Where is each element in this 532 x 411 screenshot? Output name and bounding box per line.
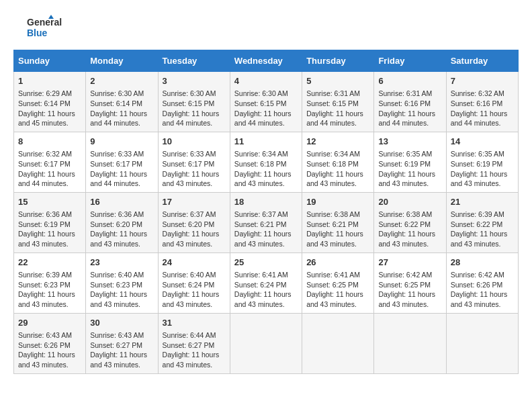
- sunset-info: Sunset: 6:25 PM: [306, 280, 369, 290]
- daylight-info: Daylight: 11 hours and 44 minutes.: [378, 109, 441, 128]
- calendar-cell: 29Sunrise: 6:43 AMSunset: 6:26 PMDayligh…: [14, 313, 86, 373]
- daylight-info: Daylight: 11 hours and 43 minutes.: [90, 289, 153, 309]
- calendar-cell: [374, 313, 446, 373]
- sunset-info: Sunset: 6:21 PM: [306, 220, 369, 230]
- sunrise-info: Sunrise: 6:30 AM: [234, 89, 298, 99]
- sunset-info: Sunset: 6:19 PM: [378, 159, 441, 169]
- daylight-info: Daylight: 11 hours and 43 minutes.: [306, 289, 369, 309]
- sunrise-info: Sunrise: 6:29 AM: [18, 89, 81, 99]
- sunrise-info: Sunrise: 6:41 AM: [306, 270, 369, 280]
- sunrise-info: Sunrise: 6:42 AM: [451, 270, 514, 280]
- calendar-cell: 25Sunrise: 6:41 AMSunset: 6:24 PMDayligh…: [230, 253, 302, 313]
- day-number: 29: [18, 317, 81, 329]
- sunset-info: Sunset: 6:16 PM: [378, 99, 441, 109]
- daylight-info: Daylight: 11 hours and 43 minutes.: [234, 169, 298, 189]
- day-number: 6: [378, 75, 441, 87]
- column-header-wednesday: Wednesday: [230, 50, 302, 72]
- calendar-cell: 16Sunrise: 6:36 AMSunset: 6:20 PMDayligh…: [86, 192, 158, 253]
- calendar-cell: 27Sunrise: 6:42 AMSunset: 6:25 PMDayligh…: [374, 253, 446, 313]
- daylight-info: Daylight: 11 hours and 43 minutes.: [90, 229, 153, 248]
- daylight-info: Daylight: 11 hours and 43 minutes.: [163, 289, 226, 309]
- sunrise-info: Sunrise: 6:36 AM: [90, 210, 153, 220]
- calendar-cell: 14Sunrise: 6:35 AMSunset: 6:19 PMDayligh…: [446, 132, 518, 192]
- day-number: 10: [163, 136, 226, 148]
- calendar-table: SundayMondayTuesdayWednesdayThursdayFrid…: [13, 50, 519, 374]
- sunrise-info: Sunrise: 6:36 AM: [18, 210, 81, 220]
- calendar-week-row: 29Sunrise: 6:43 AMSunset: 6:26 PMDayligh…: [14, 313, 519, 373]
- day-number: 1: [18, 75, 81, 87]
- calendar-cell: [302, 313, 374, 373]
- daylight-info: Daylight: 11 hours and 43 minutes.: [18, 350, 81, 369]
- daylight-info: Daylight: 11 hours and 43 minutes.: [451, 289, 514, 309]
- calendar-week-row: 15Sunrise: 6:36 AMSunset: 6:19 PMDayligh…: [14, 192, 519, 253]
- calendar-cell: 18Sunrise: 6:37 AMSunset: 6:21 PMDayligh…: [230, 192, 302, 253]
- day-number: 24: [163, 257, 226, 269]
- column-header-monday: Monday: [86, 50, 158, 72]
- sunrise-info: Sunrise: 6:39 AM: [18, 270, 81, 280]
- daylight-info: Daylight: 11 hours and 44 minutes.: [306, 109, 369, 128]
- sunrise-info: Sunrise: 6:33 AM: [90, 149, 153, 159]
- column-header-saturday: Saturday: [446, 50, 518, 72]
- calendar-cell: 23Sunrise: 6:40 AMSunset: 6:23 PMDayligh…: [86, 253, 158, 313]
- calendar-cell: 1Sunrise: 6:29 AMSunset: 6:14 PMDaylight…: [14, 72, 86, 132]
- calendar-cell: [230, 313, 302, 373]
- sunset-info: Sunset: 6:15 PM: [306, 99, 369, 109]
- calendar-cell: 8Sunrise: 6:32 AMSunset: 6:17 PMDaylight…: [14, 132, 86, 192]
- day-number: 20: [378, 196, 441, 208]
- svg-text:Blue: Blue: [27, 28, 48, 38]
- sunrise-info: Sunrise: 6:43 AM: [90, 330, 153, 340]
- daylight-info: Daylight: 11 hours and 43 minutes.: [163, 229, 226, 248]
- daylight-info: Daylight: 11 hours and 44 minutes.: [234, 109, 298, 128]
- daylight-info: Daylight: 11 hours and 44 minutes.: [163, 109, 226, 128]
- svg-text:General: General: [27, 17, 62, 28]
- calendar-cell: 9Sunrise: 6:33 AMSunset: 6:17 PMDaylight…: [86, 132, 158, 192]
- column-header-friday: Friday: [374, 50, 446, 72]
- calendar-cell: 2Sunrise: 6:30 AMSunset: 6:14 PMDaylight…: [86, 72, 158, 132]
- calendar-cell: 28Sunrise: 6:42 AMSunset: 6:26 PMDayligh…: [446, 253, 518, 313]
- calendar-cell: 13Sunrise: 6:35 AMSunset: 6:19 PMDayligh…: [374, 132, 446, 192]
- sunset-info: Sunset: 6:18 PM: [234, 159, 298, 169]
- sunset-info: Sunset: 6:26 PM: [451, 280, 514, 290]
- sunrise-info: Sunrise: 6:30 AM: [90, 89, 153, 99]
- calendar-cell: 10Sunrise: 6:33 AMSunset: 6:17 PMDayligh…: [158, 132, 230, 192]
- sunrise-info: Sunrise: 6:32 AM: [18, 149, 81, 159]
- calendar-cell: 26Sunrise: 6:41 AMSunset: 6:25 PMDayligh…: [302, 253, 374, 313]
- sunset-info: Sunset: 6:25 PM: [378, 280, 441, 290]
- general-blue-logo-icon: General Blue: [13, 13, 67, 40]
- daylight-info: Daylight: 11 hours and 43 minutes.: [90, 350, 153, 369]
- sunset-info: Sunset: 6:24 PM: [163, 280, 226, 290]
- day-number: 13: [378, 136, 441, 148]
- sunrise-info: Sunrise: 6:32 AM: [451, 89, 514, 99]
- sunset-info: Sunset: 6:14 PM: [18, 99, 81, 109]
- sunset-info: Sunset: 6:14 PM: [90, 99, 153, 109]
- sunrise-info: Sunrise: 6:35 AM: [378, 149, 441, 159]
- sunset-info: Sunset: 6:15 PM: [163, 99, 226, 109]
- calendar-cell: 7Sunrise: 6:32 AMSunset: 6:16 PMDaylight…: [446, 72, 518, 132]
- day-number: 9: [90, 136, 153, 148]
- sunset-info: Sunset: 6:26 PM: [18, 340, 81, 351]
- day-number: 25: [234, 257, 298, 269]
- sunset-info: Sunset: 6:18 PM: [306, 159, 369, 169]
- calendar-week-row: 1Sunrise: 6:29 AMSunset: 6:14 PMDaylight…: [14, 72, 519, 132]
- daylight-info: Daylight: 11 hours and 43 minutes.: [163, 350, 226, 369]
- daylight-info: Daylight: 11 hours and 43 minutes.: [234, 229, 298, 248]
- sunrise-info: Sunrise: 6:38 AM: [306, 210, 369, 220]
- daylight-info: Daylight: 11 hours and 44 minutes.: [451, 109, 514, 128]
- calendar-week-row: 22Sunrise: 6:39 AMSunset: 6:23 PMDayligh…: [14, 253, 519, 313]
- day-number: 8: [18, 136, 81, 148]
- day-number: 3: [163, 75, 226, 87]
- sunrise-info: Sunrise: 6:33 AM: [163, 149, 226, 159]
- day-number: 21: [451, 196, 514, 208]
- sunrise-info: Sunrise: 6:30 AM: [163, 89, 226, 99]
- page-header: General Blue: [13, 13, 519, 40]
- sunset-info: Sunset: 6:20 PM: [90, 220, 153, 230]
- day-number: 15: [18, 196, 81, 208]
- sunset-info: Sunset: 6:24 PM: [234, 280, 298, 290]
- calendar-cell: 21Sunrise: 6:39 AMSunset: 6:22 PMDayligh…: [446, 192, 518, 253]
- sunset-info: Sunset: 6:22 PM: [378, 220, 441, 230]
- sunrise-info: Sunrise: 6:34 AM: [306, 149, 369, 159]
- column-header-tuesday: Tuesday: [158, 50, 230, 72]
- calendar-cell: 24Sunrise: 6:40 AMSunset: 6:24 PMDayligh…: [158, 253, 230, 313]
- day-number: 2: [90, 75, 153, 87]
- calendar-cell: 17Sunrise: 6:37 AMSunset: 6:20 PMDayligh…: [158, 192, 230, 253]
